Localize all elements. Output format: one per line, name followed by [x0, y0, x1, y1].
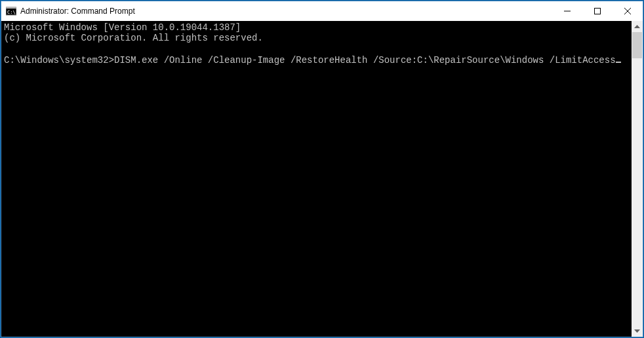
svg-marker-8: [634, 25, 640, 28]
scroll-down-button[interactable]: [632, 326, 643, 337]
window-title: Administrator: Command Prompt: [20, 7, 552, 16]
terminal-version-line: Microsoft Windows [Version 10.0.19044.13…: [4, 22, 241, 33]
vertical-scrollbar[interactable]: [632, 21, 643, 337]
cmd-icon: C:\: [6, 6, 16, 16]
terminal-copyright-line: (c) Microsoft Corporation. All rights re…: [4, 33, 263, 43]
titlebar[interactable]: C:\ Administrator: Command Prompt: [1, 1, 643, 21]
terminal-prompt: C:\Windows\system32>: [4, 55, 114, 66]
svg-rect-5: [595, 9, 601, 14]
command-prompt-window: C:\ Administrator: Command Prompt Micros…: [1, 1, 643, 337]
terminal-command: DISM.exe /Online /Cleanup-Image /Restore…: [114, 55, 616, 66]
terminal-output[interactable]: Microsoft Windows [Version 10.0.19044.13…: [1, 21, 632, 337]
maximize-button[interactable]: [582, 1, 613, 21]
scroll-up-button[interactable]: [632, 21, 643, 32]
scroll-thumb[interactable]: [632, 32, 642, 58]
svg-text:C:\: C:\: [7, 10, 16, 15]
minimize-button[interactable]: [552, 1, 582, 21]
svg-marker-9: [634, 329, 640, 333]
client-area: Microsoft Windows [Version 10.0.19044.13…: [1, 21, 643, 337]
text-cursor: [616, 54, 621, 63]
window-controls: [552, 1, 643, 21]
close-button[interactable]: [613, 1, 643, 21]
